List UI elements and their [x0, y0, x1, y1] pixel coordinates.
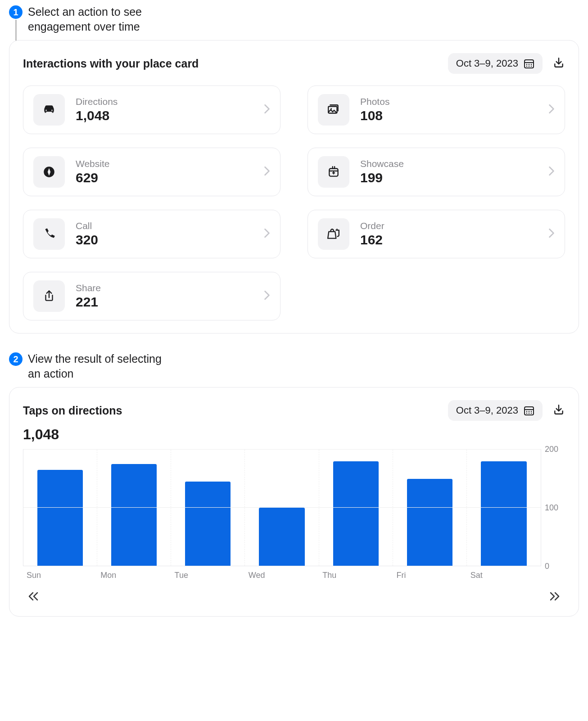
chevron-double-right-icon — [549, 591, 561, 603]
x-tick: Sat — [467, 571, 541, 580]
chevron-right-icon — [264, 290, 270, 302]
x-tick: Thu — [319, 571, 393, 580]
annotation-badge-1: 1 — [9, 5, 23, 19]
chart-bar-mon — [97, 450, 171, 566]
chevron-right-icon — [264, 104, 270, 116]
chart-bar-tue — [171, 450, 245, 566]
annotation-text-2: View the result of selecting an action — [28, 351, 172, 381]
chevron-right-icon — [548, 228, 555, 240]
chart-bar-thu — [319, 450, 393, 566]
x-tick: Mon — [97, 571, 171, 580]
photos-icon — [318, 94, 349, 126]
chart-bar-sat — [467, 450, 541, 566]
download-button[interactable] — [552, 57, 565, 70]
x-tick: Wed — [245, 571, 319, 580]
annotation-text-1: Select an action to see engagement over … — [28, 5, 172, 34]
action-tile-order[interactable]: Order162 — [308, 210, 565, 258]
chart-plot-area: 0100200 — [23, 449, 565, 566]
tile-value: 629 — [76, 170, 253, 185]
chart-prev-button[interactable] — [26, 591, 41, 604]
annotation-1: 1 Select an action to see engagement ove… — [9, 5, 579, 34]
tile-label: Call — [76, 221, 253, 231]
action-tile-share[interactable]: Share221 — [23, 272, 280, 320]
card-title: Interactions with your place card — [23, 57, 199, 70]
chart-bar-fri — [393, 450, 467, 566]
x-tick: Tue — [171, 571, 245, 580]
date-range-label: Oct 3–9, 2023 — [456, 58, 518, 69]
download-icon — [553, 57, 565, 70]
tile-value: 320 — [76, 232, 253, 248]
tile-label: Directions — [76, 96, 253, 107]
calendar-icon — [524, 58, 534, 69]
showcase-icon — [318, 156, 349, 188]
x-tick: Fri — [393, 571, 466, 580]
tile-label: Website — [76, 158, 253, 169]
chart-bar — [481, 461, 527, 566]
chart-next-button[interactable] — [547, 591, 562, 604]
tile-label: Photos — [360, 96, 538, 107]
annotation-badge-2: 2 — [9, 352, 23, 366]
chart-bar — [185, 482, 231, 566]
y-tick: 200 — [545, 445, 558, 454]
action-tile-photos[interactable]: Photos108 — [308, 86, 565, 134]
tile-value: 108 — [360, 108, 538, 123]
chart-date-range-picker[interactable]: Oct 3–9, 2023 — [448, 400, 543, 421]
action-tile-showcase[interactable]: Showcase199 — [308, 148, 565, 196]
phone-icon — [33, 218, 65, 250]
chevron-double-left-icon — [27, 591, 39, 603]
bag-icon — [318, 218, 349, 250]
chart-bar — [111, 464, 157, 566]
action-tile-directions[interactable]: Directions1,048 — [23, 86, 280, 134]
chart-bar-sun — [23, 450, 97, 566]
tile-value: 221 — [76, 294, 253, 310]
interactions-card: Interactions with your place card Oct 3–… — [9, 40, 579, 333]
annotation-2: 2 View the result of selecting an action — [9, 351, 579, 381]
chart-download-button[interactable] — [552, 404, 565, 417]
tile-value: 199 — [360, 170, 538, 185]
chart-total: 1,048 — [23, 426, 565, 443]
chart-bar — [259, 508, 304, 566]
tile-value: 162 — [360, 232, 538, 248]
compass-icon — [33, 156, 65, 188]
action-tile-call[interactable]: Call320 — [23, 210, 280, 258]
x-tick: Sun — [23, 571, 97, 580]
chart-card: Taps on directions Oct 3–9, 2023 1,048 0… — [9, 387, 579, 617]
tile-label: Order — [360, 221, 538, 231]
chart-bar — [407, 479, 452, 566]
chart-date-range-label: Oct 3–9, 2023 — [456, 405, 518, 416]
chevron-right-icon — [548, 166, 555, 178]
chevron-right-icon — [548, 104, 555, 116]
action-tile-website[interactable]: Website629 — [23, 148, 280, 196]
share-icon — [33, 280, 65, 312]
chart-bar — [333, 461, 379, 566]
car-icon — [33, 94, 65, 126]
tile-value: 1,048 — [76, 108, 253, 123]
chevron-right-icon — [264, 228, 270, 240]
chart-bar — [37, 470, 83, 566]
download-icon — [553, 404, 565, 417]
y-tick: 100 — [545, 503, 558, 513]
tile-label: Share — [76, 283, 253, 293]
calendar-icon — [524, 405, 534, 416]
chevron-right-icon — [264, 166, 270, 178]
y-tick: 0 — [545, 562, 549, 571]
tile-label: Showcase — [360, 158, 538, 169]
date-range-picker[interactable]: Oct 3–9, 2023 — [448, 53, 543, 74]
chart-title: Taps on directions — [23, 404, 122, 417]
chart-bar-wed — [245, 450, 319, 566]
